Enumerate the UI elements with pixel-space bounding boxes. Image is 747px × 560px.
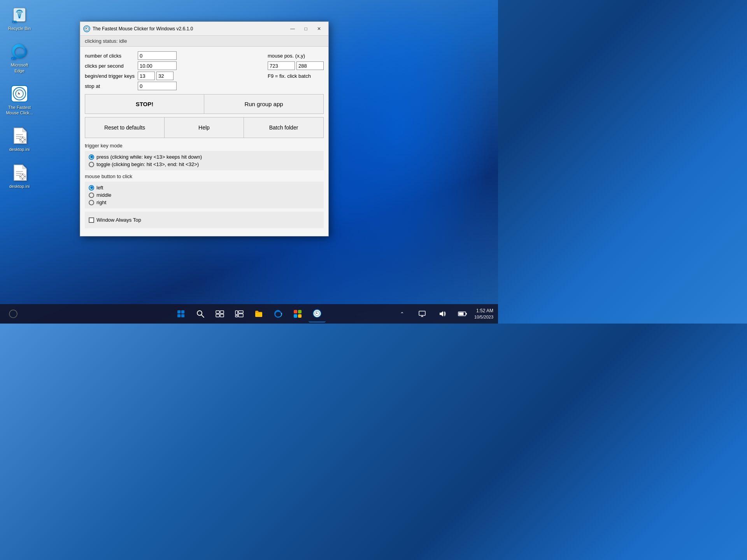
svg-point-12 — [21, 138, 24, 141]
file-ini2-label: desktop.ini — [9, 184, 30, 189]
search-taskbar-button[interactable] — [192, 305, 209, 322]
clock-time: 1:52 AM — [474, 308, 493, 314]
f9-label: F9 = fix. click batch — [268, 73, 324, 79]
file-ini1-label: desktop.ini — [9, 147, 30, 152]
mouse-pos-fields — [268, 61, 324, 70]
svg-rect-22 — [22, 173, 23, 175]
battery-button[interactable] — [454, 305, 471, 322]
taskbar-widgets-left[interactable] — [5, 305, 22, 322]
title-bar: The Fastest Mouse Clicker for Windows v2… — [80, 22, 328, 36]
mouse-y-input[interactable] — [296, 61, 324, 70]
minimize-button[interactable]: — — [286, 24, 299, 33]
trigger-key-mode-section: trigger key mode press (clicking while: … — [85, 143, 324, 170]
stop-at-input[interactable] — [138, 82, 177, 90]
maximize-button[interactable]: □ — [300, 24, 312, 33]
mouse-left-radio[interactable] — [89, 185, 94, 191]
num-clicks-input[interactable] — [138, 51, 177, 60]
svg-rect-39 — [235, 311, 238, 315]
file-explorer-button[interactable] — [250, 305, 267, 322]
reset-button[interactable]: Reset to defaults — [85, 117, 165, 138]
svg-rect-44 — [298, 310, 302, 313]
trigger-key-mode-options: press (clicking while: key <13> keeps hi… — [85, 151, 324, 170]
task-view-button[interactable] — [211, 305, 228, 322]
taskbar-center — [172, 305, 326, 322]
svg-rect-17 — [16, 171, 23, 172]
widgets-button[interactable] — [231, 305, 248, 322]
mouse-middle-option[interactable]: middle — [89, 192, 320, 198]
svg-point-21 — [21, 175, 24, 178]
status-text: clicking status: idle — [85, 38, 127, 44]
svg-rect-43 — [294, 310, 297, 313]
taskbar: ⌃ 1:52 AM 10/5/2023 — [0, 304, 498, 324]
close-button[interactable]: ✕ — [313, 24, 325, 33]
svg-rect-54 — [459, 313, 464, 315]
show-hidden-icons-button[interactable]: ⌃ — [393, 305, 410, 322]
cps-input[interactable] — [138, 61, 177, 70]
svg-rect-53 — [466, 313, 467, 315]
mouse-button-section: mouse button to click left middle right — [85, 173, 324, 208]
system-clock[interactable]: 1:52 AM 10/5/2023 — [474, 308, 493, 320]
svg-text:↑: ↑ — [12, 58, 13, 60]
trigger-toggle-radio[interactable] — [89, 162, 94, 167]
always-top-checkbox[interactable] — [89, 217, 94, 223]
svg-rect-40 — [238, 311, 243, 313]
mouse-left-option[interactable]: left — [89, 185, 320, 191]
svg-rect-30 — [181, 310, 184, 313]
trigger-toggle-label: toggle (clicking begin: hit <13>, end: h… — [96, 161, 199, 167]
svg-rect-15 — [19, 139, 21, 140]
svg-rect-9 — [16, 136, 21, 137]
svg-rect-13 — [22, 136, 23, 138]
show-hidden-icon: ⌃ — [400, 311, 404, 317]
mouse-clicker-taskbar-button[interactable] — [309, 305, 326, 322]
file-icon-2 — [10, 163, 29, 182]
title-bar-left: The Fastest Mouse Clicker for Windows v2… — [83, 25, 193, 32]
desktop-icon-recycle-bin[interactable]: ↑ Recycle Bin — [4, 4, 35, 33]
run-group-button[interactable]: Run group app — [204, 94, 323, 114]
num-clicks-label: number of clicks — [85, 53, 135, 59]
trigger-toggle-option[interactable]: toggle (clicking begin: hit <13>, end: h… — [89, 161, 320, 167]
mouse-x-input[interactable] — [268, 61, 295, 70]
display-settings-button[interactable] — [414, 305, 431, 322]
always-top-section: Window Always Top — [85, 212, 324, 228]
svg-rect-37 — [216, 314, 219, 317]
svg-line-34 — [202, 315, 204, 317]
trigger-press-option[interactable]: press (clicking while: key <13> keeps hi… — [89, 154, 320, 160]
desktop-icon-ini2[interactable]: desktop.ini — [4, 162, 35, 191]
volume-button[interactable] — [434, 305, 451, 322]
mouse-clicker-label: The Fastest Mouse Click... — [5, 105, 33, 116]
mouse-middle-radio[interactable] — [89, 192, 94, 198]
mouse-middle-label: middle — [96, 192, 111, 198]
edge-taskbar-button[interactable] — [270, 305, 287, 322]
help-button[interactable]: Help — [165, 117, 244, 138]
svg-rect-32 — [181, 314, 184, 317]
batch-folder-button[interactable]: Batch folder — [244, 117, 323, 138]
main-buttons-row: STOP! Run group app — [85, 94, 324, 114]
start-button[interactable] — [172, 305, 189, 322]
svg-rect-46 — [298, 314, 302, 318]
window-title: The Fastest Mouse Clicker for Windows v2… — [93, 26, 193, 32]
title-bar-controls: — □ ✕ — [286, 24, 325, 33]
svg-text:↑: ↑ — [13, 21, 14, 23]
stop-button[interactable]: STOP! — [85, 94, 204, 114]
mouse-right-radio[interactable] — [89, 200, 94, 205]
svg-rect-23 — [22, 178, 23, 180]
desktop-icon-edge[interactable]: ↑ Microsoft Edge — [4, 40, 35, 75]
ms-store-button[interactable] — [289, 305, 306, 322]
mouse-right-option[interactable]: right — [89, 200, 320, 205]
always-top-option[interactable]: Window Always Top — [89, 215, 320, 225]
svg-rect-8 — [16, 134, 23, 135]
svg-rect-38 — [220, 314, 224, 317]
begin-trigger-input[interactable] — [138, 72, 155, 80]
trigger-press-label: press (clicking while: key <13> keeps hi… — [96, 154, 202, 160]
app-window: The Fastest Mouse Clicker for Windows v2… — [80, 21, 329, 236]
end-trigger-input[interactable] — [156, 72, 174, 80]
edge-label: Microsoft Edge — [5, 62, 33, 74]
recycle-bin-icon: ↑ — [10, 5, 29, 24]
desktop-icon-ini1[interactable]: desktop.ini — [4, 125, 35, 154]
system-tray: ⌃ 1:52 AM 10/5/2023 — [393, 305, 493, 322]
svg-rect-25 — [24, 176, 26, 177]
always-top-label: Window Always Top — [96, 217, 141, 223]
desktop-icon-mouse-clicker[interactable]: The Fastest Mouse Click... — [4, 83, 35, 117]
svg-rect-16 — [24, 139, 26, 140]
trigger-press-radio[interactable] — [89, 154, 94, 160]
